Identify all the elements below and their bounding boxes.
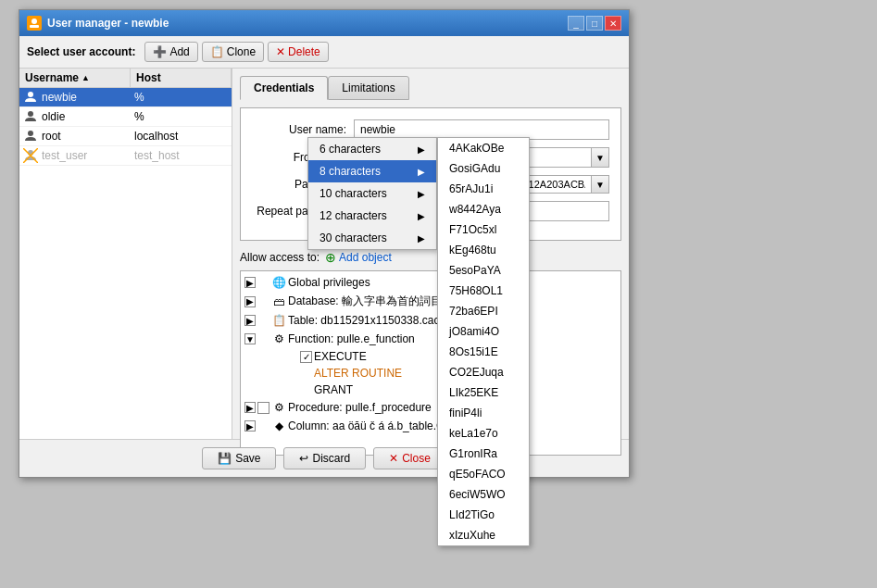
submenu-item[interactable]: w8442Aya: [438, 199, 529, 219]
user-icon: [23, 148, 38, 163]
svg-point-4: [28, 131, 33, 136]
tree-item[interactable]: GRANT: [243, 382, 619, 398]
password-menu-item[interactable]: 8 characters▶: [308, 160, 436, 182]
tree-checkbox[interactable]: [257, 402, 269, 414]
minimize-button[interactable]: _: [568, 16, 584, 31]
tree-expand-icon[interactable]: ▶: [244, 315, 256, 326]
close-button[interactable]: ✕ Close: [373, 447, 446, 469]
submenu-item[interactable]: qE5oFACO: [438, 464, 529, 484]
menu-item-label: 8 characters: [319, 165, 381, 178]
window-close-button[interactable]: ✕: [605, 16, 621, 31]
tree-item[interactable]: ALTER ROUTINE: [243, 365, 619, 382]
close-icon: ✕: [389, 452, 398, 465]
tree-item[interactable]: ▼⚙Function: pulle.e_function: [243, 330, 619, 348]
fromhost-dropdown-button[interactable]: ▼: [591, 147, 609, 168]
save-button[interactable]: 💾 Save: [202, 447, 276, 469]
user-list-header: Username ▲ Host: [19, 69, 232, 88]
tree-item-icon: ⚙: [271, 332, 286, 346]
password-menu-item[interactable]: 6 characters▶: [308, 138, 436, 160]
tree-item[interactable]: ▶📋Table: db115291x1150338.cache_md5param…: [243, 311, 619, 330]
tree-item[interactable]: ▶🗃Database: 輸入字串為首的詞目: [243, 292, 619, 311]
submenu-arrow-icon: ▶: [418, 233, 425, 244]
tab-limitations[interactable]: Limitations: [328, 76, 408, 100]
clone-label: Clone: [227, 45, 256, 58]
toolbar: Select user account: ➕ Add 📋 Clone ✕ Del…: [19, 36, 629, 69]
user-row[interactable]: root localhost: [19, 127, 232, 146]
tree-expand-icon[interactable]: ▶: [244, 420, 256, 432]
tree-item-label: Database: 輸入字串為首的詞目: [288, 294, 442, 309]
submenu-item[interactable]: G1ronIRa: [438, 444, 529, 464]
submenu-item[interactable]: LId2TiGo: [438, 505, 529, 525]
access-section: Allow access to: ⊕ Add object ▶🌐Global p…: [240, 250, 621, 456]
tree-item-icon: 🌐: [271, 275, 286, 290]
submenu-item[interactable]: 8Os15i1E: [438, 342, 529, 362]
password-menu-item[interactable]: 12 characters▶: [308, 205, 436, 227]
add-icon: ➕: [153, 45, 167, 58]
delete-icon: ✕: [276, 45, 285, 58]
add-button[interactable]: ➕ Add: [144, 42, 197, 62]
tree-checkbox[interactable]: ✓: [300, 351, 312, 363]
password-menu-item[interactable]: 30 characters▶: [308, 227, 436, 249]
tree-item[interactable]: ▶🌐Global privileges: [243, 273, 619, 292]
maximize-button[interactable]: □: [586, 16, 603, 31]
tree-item[interactable]: ▶◆Column: aa öāü č á á.b_table.Col1: [243, 417, 619, 435]
submenu-item[interactable]: CO2EJuqa: [438, 362, 529, 382]
tree-item-label: ALTER ROUTINE: [314, 367, 402, 380]
clone-button[interactable]: 📋 Clone: [202, 42, 264, 62]
title-bar-controls: _ □ ✕: [568, 16, 621, 31]
clone-icon: 📋: [210, 45, 224, 58]
user-name: root: [42, 130, 134, 143]
tree-item-label: Procedure: pulle.f_procedure: [288, 401, 432, 414]
submenu-arrow-icon: ▶: [418, 211, 425, 221]
menu-item-label: 30 characters: [319, 231, 387, 244]
access-label: Allow access to:: [240, 251, 319, 264]
tree-expand-icon[interactable]: ▶: [244, 277, 256, 288]
discard-button[interactable]: ↩ Discard: [283, 447, 366, 469]
add-object-icon: ⊕: [325, 250, 336, 265]
tree-expand-icon[interactable]: ▼: [244, 333, 256, 344]
menu-item-label: 10 characters: [319, 187, 387, 200]
add-object-button[interactable]: ⊕ Add object: [325, 250, 392, 265]
tree-item-icon: 📋: [271, 313, 286, 328]
user-row[interactable]: oldie %: [19, 107, 232, 127]
username-column-header[interactable]: Username ▲: [19, 69, 131, 87]
tree-expand-icon[interactable]: ▶: [244, 402, 256, 413]
app-icon: [27, 16, 42, 31]
tree-item-label: EXECUTE: [314, 350, 367, 363]
submenu-item[interactable]: finiP4li: [438, 403, 529, 423]
submenu-item[interactable]: 4AKakOBe: [438, 138, 529, 158]
submenu-item[interactable]: F71Oc5xl: [438, 219, 529, 240]
tree-item-label: Column: aa öāü č á á.b_table.Col1: [288, 419, 459, 432]
submenu-item[interactable]: 5esoPaYA: [438, 260, 529, 281]
submenu-item[interactable]: jO8ami4O: [438, 321, 529, 342]
submenu-item[interactable]: 6eciW5WO: [438, 484, 529, 505]
user-host: %: [134, 91, 228, 104]
user-row[interactable]: newbie %: [19, 88, 232, 107]
close-label: Close: [402, 452, 431, 465]
submenu-item[interactable]: 75H68OL1: [438, 281, 529, 301]
password-menu-item[interactable]: 10 characters▶: [308, 182, 436, 205]
tree-expand-icon[interactable]: ▶: [244, 296, 256, 307]
user-row[interactable]: test_user test_host: [19, 146, 232, 166]
submenu-item[interactable]: kEg468tu: [438, 240, 529, 260]
user-icon: [23, 129, 38, 144]
password-dropdown-button[interactable]: ▼: [591, 175, 609, 194]
submenu-item[interactable]: LIk25EKE: [438, 382, 529, 403]
tree-item-label: Global privileges: [288, 276, 370, 289]
tree-item[interactable]: ✓EXECUTE: [243, 348, 619, 365]
user-name: oldie: [42, 110, 134, 123]
tab-credentials[interactable]: Credentials: [240, 76, 328, 100]
submenu-item[interactable]: xIzuXuhe: [438, 525, 529, 545]
save-icon: 💾: [218, 452, 232, 465]
delete-button[interactable]: ✕ Delete: [268, 42, 329, 62]
svg-point-0: [31, 19, 37, 24]
tree-item[interactable]: ▶⚙Procedure: pulle.f_procedure: [243, 398, 619, 417]
submenu-item[interactable]: 72ba6EPI: [438, 301, 529, 321]
delete-label: Delete: [288, 45, 320, 58]
submenu-item[interactable]: GosiGAdu: [438, 158, 529, 179]
host-column-header[interactable]: Host: [131, 69, 232, 87]
tab-bar: Credentials Limitations: [240, 76, 621, 100]
submenu-item[interactable]: 65rAJu1i: [438, 179, 529, 199]
submenu-arrow-icon: ▶: [418, 144, 425, 155]
submenu-item[interactable]: keLa1e7o: [438, 423, 529, 444]
